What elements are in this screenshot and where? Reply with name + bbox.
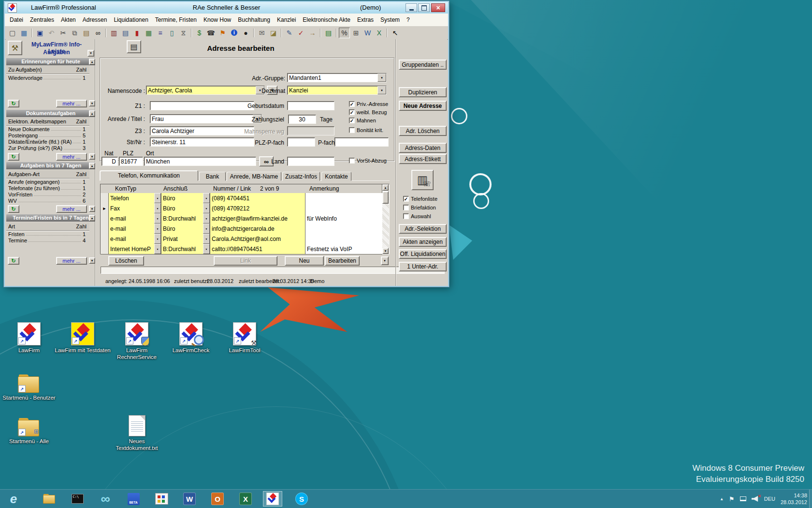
menu-item-akten[interactable]: Akten (61, 16, 76, 23)
dezernat-select[interactable]: Kanzlei ▼ (287, 86, 387, 95)
button-adr-löschen[interactable]: Adr. Löschen (399, 126, 447, 136)
chevron-down-icon[interactable]: ▼ (154, 203, 161, 213)
liquidation-list-icon[interactable]: ≡ (155, 28, 166, 38)
letter-icon[interactable]: ✉ (256, 28, 267, 38)
komtyp-cell[interactable]: e-mail▼ (109, 234, 161, 244)
tab-telefon-kommunikation[interactable]: Telefon, Kommunikation (100, 170, 198, 181)
panel-scroll-down-icon[interactable]: ▼ (89, 206, 95, 212)
button-adress-etikett[interactable]: Adress-Etikett (399, 154, 447, 164)
chevron-down-icon[interactable]: ▼ (154, 234, 161, 244)
refresh-button[interactable]: ↻ (8, 205, 19, 213)
anmerkung-cell[interactable] (305, 193, 382, 203)
percent-icon[interactable]: % (339, 28, 350, 38)
tab-zusatz-infos[interactable]: Zusatz-Infos (282, 172, 320, 181)
info-icon[interactable]: i (229, 28, 240, 38)
sidebar-dropdown-button[interactable]: ▼ (87, 50, 94, 57)
komtyp-cell[interactable]: Fax▼ (109, 203, 161, 213)
button-adress-daten[interactable]: Adress-Daten (399, 143, 447, 153)
save-icon[interactable]: ▣ (34, 28, 45, 38)
anmerkung-cell[interactable] (305, 203, 382, 213)
telefonliste-icon-button[interactable]: ▥ ☏ (411, 170, 434, 190)
anmerkung-cell[interactable] (305, 234, 382, 244)
panel-scroll-down-icon[interactable]: ▼ (89, 257, 95, 264)
loeschen-button[interactable]: Löschen (108, 256, 144, 266)
money-icon[interactable]: $ (194, 28, 205, 38)
desktop-icon-lawfirm[interactable]: ↗LawFirm (1, 321, 57, 354)
chevron-down-icon[interactable]: ▼ (203, 193, 210, 203)
chevron-down-icon[interactable]: ▼ (203, 224, 210, 234)
card-index-icon[interactable]: ▤ (120, 28, 131, 38)
skype-icon[interactable]: S (292, 491, 311, 507)
adr-gruppe-select[interactable]: Mandanten1 ▼ (287, 73, 387, 82)
scrollbar-thumb[interactable] (382, 191, 389, 204)
scroll-up-icon[interactable]: ▲ (382, 184, 389, 191)
checkbox-box[interactable] (403, 213, 409, 219)
doc-export-icon[interactable]: → (307, 28, 318, 38)
chevron-down-icon[interactable]: ▼ (154, 193, 161, 203)
outlook-icon[interactable]: O (208, 491, 227, 507)
menu-item-adressen[interactable]: Adressen (83, 16, 107, 23)
titlebar[interactable]: LawFirm® Professional RAe Schneller & Be… (5, 2, 448, 14)
z3-field[interactable]: Carola Achtziger (150, 126, 254, 135)
checkbox-briefaktion[interactable]: Briefaktion (403, 205, 436, 210)
scroll-down-icon[interactable]: ▼ (382, 248, 389, 254)
cursor-icon[interactable]: ↖ (390, 28, 401, 38)
anschluss-cell[interactable]: Büro▼ (161, 203, 210, 213)
table-row-2[interactable]: e-mail▼B:Durchwahl▼achtziger@lawfirm-kan… (101, 213, 382, 224)
chevron-down-icon[interactable]: ▼ (203, 203, 210, 213)
checkbox-box[interactable]: ✓ (403, 196, 409, 202)
bearbeiten-button[interactable]: Bearbeiten (325, 256, 360, 266)
button-adr-selektion[interactable]: Adr.-Selektion (399, 224, 447, 234)
checkbox-box[interactable] (349, 127, 355, 133)
checkbox-box[interactable] (403, 205, 409, 210)
pfach-field[interactable] (334, 137, 389, 147)
tab-anrede-mb-name[interactable]: Anrede, MB-Name (227, 172, 281, 181)
paint-icon[interactable] (152, 491, 171, 507)
checkbox-bonität-krit[interactable]: Bonität krit. (349, 127, 383, 133)
refresh-button[interactable]: ↻ (8, 100, 19, 107)
paste-icon[interactable]: ▤ (81, 28, 92, 38)
language-indicator[interactable]: DEU (764, 496, 775, 502)
table-row-1[interactable]: ►Fax▼Büro▼(089) 4709212 (101, 203, 382, 214)
button-akten-anzeigen[interactable]: Akten anzeigen (399, 237, 447, 247)
nummer-cell[interactable]: info@achtzigercarola.de (210, 224, 305, 234)
stack-icon[interactable]: ▤ (323, 28, 334, 38)
mehr-button[interactable]: mehr ... (56, 153, 87, 161)
chevron-down-icon[interactable]: ▼ (377, 74, 386, 82)
globe-icon[interactable]: ● (240, 28, 251, 38)
refresh-button[interactable]: ↻ (8, 257, 19, 265)
checkbox-box[interactable]: ✓ (349, 101, 355, 107)
folder-search-icon[interactable]: ◪ (268, 28, 279, 38)
checklist-icon[interactable]: ✓ (295, 28, 306, 38)
desktop-icon-startmenü-benutzer[interactable]: ↗Startmenü - Benutzer (1, 369, 57, 401)
komtyp-cell[interactable]: Internet HomeP▼ (109, 244, 161, 254)
land-field[interactable] (287, 157, 334, 166)
table-row-5[interactable]: Internet HomeP▼B:Durchwahl▼callto://0894… (101, 244, 382, 254)
infinity-app-icon[interactable]: ∞ (96, 491, 115, 507)
chevron-down-icon[interactable]: ▼ (154, 213, 161, 224)
table-row-0[interactable]: Telefon▼Büro▼(089) 4704451 (101, 193, 382, 204)
beta-fish-icon[interactable]: BETA (124, 491, 143, 507)
maximize-button[interactable] (418, 3, 430, 12)
table-row-3[interactable]: e-mail▼Büro▼info@achtzigercarola.de (101, 224, 382, 234)
namenscode-select[interactable]: Achtziger, Carola ▼ (146, 86, 265, 95)
phone-icon[interactable]: ☎ (205, 28, 217, 38)
button-neue-adresse[interactable]: Neue Adresse (399, 101, 447, 111)
properties-icon[interactable]: ▦ (18, 28, 29, 38)
checkbox-box[interactable]: ✓ (349, 118, 355, 123)
anmerkung-cell[interactable] (305, 224, 382, 234)
menu-item-buchhaltung[interactable]: Buchhaltung (238, 16, 270, 23)
hourglass-icon[interactable]: ⧖ (178, 28, 189, 38)
panel-scroll-down-icon[interactable]: ▼ (89, 100, 95, 106)
neu-button[interactable]: Neu (285, 256, 324, 266)
clock[interactable]: 14:38 28.03.2012 (781, 492, 807, 506)
mehr-button[interactable]: mehr ... (56, 100, 87, 107)
button-gruppendaten[interactable]: Gruppendaten .. (399, 60, 447, 70)
chevron-down-icon[interactable]: ▼ (154, 224, 161, 234)
komtyp-cell[interactable]: e-mail▼ (109, 213, 161, 224)
nummer-cell[interactable]: callto://0894704451 (210, 244, 305, 254)
checkbox-box[interactable]: ✓ (349, 109, 355, 115)
find-icon[interactable]: ∞ (92, 28, 103, 38)
anschluss-cell[interactable]: B:Durchwahl▼ (161, 213, 210, 224)
excel-icon[interactable]: X (374, 28, 385, 38)
